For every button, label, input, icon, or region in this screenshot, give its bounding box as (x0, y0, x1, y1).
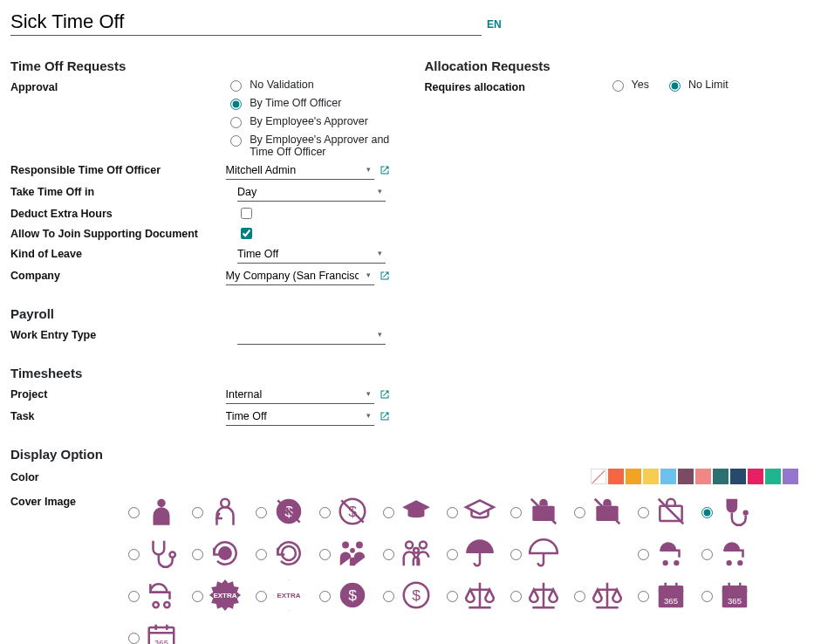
cover-radio-1[interactable] (192, 507, 203, 518)
stroller-fill-icon[interactable] (653, 535, 689, 572)
allow-doc-checkbox[interactable] (241, 228, 252, 239)
deduct-checkbox[interactable] (241, 208, 252, 219)
approval-option-0[interactable]: No Validation (226, 79, 389, 92)
color-swatch-10[interactable] (765, 469, 781, 484)
cover-radio-22[interactable] (256, 591, 267, 602)
calendar-fill-icon[interactable]: 365 (653, 577, 689, 613)
cover-radio-3[interactable] (319, 507, 331, 518)
cover-radio-28[interactable] (638, 591, 649, 602)
calendar-outline-icon[interactable]: 365 (143, 619, 180, 644)
family-outline-icon[interactable] (398, 535, 434, 572)
color-swatch-11[interactable] (783, 469, 798, 484)
coin-fill-icon[interactable]: $ (334, 577, 371, 613)
cover-radio-21[interactable] (192, 591, 203, 602)
no-briefcase-fill2-icon[interactable] (589, 493, 626, 530)
alloc-yes-radio[interactable] (612, 80, 624, 92)
company-external-link-icon[interactable] (380, 270, 390, 284)
cover-radio-30[interactable] (128, 633, 140, 644)
cover-radio-11[interactable] (192, 549, 203, 560)
color-swatch-6[interactable] (695, 469, 711, 484)
label-deduct: Deduct Extra Hours (10, 205, 237, 220)
back-time-fill-icon[interactable] (207, 535, 243, 572)
color-swatch-2[interactable] (626, 469, 641, 484)
color-swatch-7[interactable] (713, 469, 728, 484)
color-swatch-8[interactable] (730, 469, 746, 484)
calendar-fill2-icon[interactable]: 365 (716, 577, 753, 613)
cover-radio-5[interactable] (447, 507, 458, 518)
worker-fill-icon[interactable] (143, 493, 180, 530)
cover-radio-26[interactable] (510, 591, 522, 602)
approval-option-1[interactable]: By Time Off Officer (226, 97, 389, 110)
extra-outline-icon[interactable]: EXTRA (270, 577, 307, 613)
color-swatch-4[interactable] (660, 469, 676, 484)
cover-radio-24[interactable] (383, 591, 394, 602)
officer-external-link-icon[interactable] (380, 164, 390, 178)
take-in-select[interactable] (237, 183, 386, 202)
cover-radio-4[interactable] (383, 507, 394, 518)
scales-fill-icon[interactable] (462, 577, 498, 613)
cover-radio-18[interactable] (638, 549, 649, 560)
cover-radio-2[interactable] (256, 507, 267, 518)
cover-radio-23[interactable] (319, 591, 331, 602)
cover-radio-14[interactable] (383, 549, 394, 560)
color-swatch-1[interactable] (608, 469, 624, 484)
scales-outline-icon[interactable] (525, 577, 562, 613)
cover-radio-13[interactable] (319, 549, 331, 560)
alloc-nolimit-option[interactable]: No Limit (665, 79, 728, 92)
umbrella-fill-icon[interactable] (462, 535, 498, 572)
cover-radio-12[interactable] (256, 549, 267, 560)
stethoscope-outline-icon[interactable] (143, 535, 180, 572)
title-input[interactable] (10, 9, 482, 36)
coin-outline-icon[interactable]: $ (398, 577, 434, 613)
cover-radio-25[interactable] (447, 591, 458, 602)
cover-radio-20[interactable] (128, 591, 140, 602)
back-time-outline-icon[interactable] (270, 535, 307, 572)
stroller-fill2-icon[interactable] (716, 535, 753, 572)
cover-radio-27[interactable] (574, 591, 585, 602)
cover-radio-15[interactable] (447, 549, 458, 560)
scales-outline2-icon[interactable] (589, 577, 626, 613)
stroller-outline-icon[interactable] (143, 577, 180, 613)
stethoscope-fill-icon[interactable] (716, 493, 753, 530)
approval-option-2[interactable]: By Employee's Approver (226, 115, 389, 128)
extra-fill-icon[interactable]: EXTRA (207, 577, 243, 613)
color-swatch-5[interactable] (678, 469, 694, 484)
no-briefcase-fill-icon[interactable] (525, 493, 562, 530)
approval-radio-3[interactable] (230, 135, 242, 147)
cover-radio-0[interactable] (128, 507, 140, 518)
lang-badge[interactable]: EN (487, 18, 502, 31)
umbrella-outline-icon[interactable] (525, 535, 562, 572)
color-swatch-3[interactable] (643, 469, 659, 484)
no-dollar-fill-icon[interactable]: $ (270, 493, 307, 530)
approval-radio-1[interactable] (230, 99, 242, 110)
color-swatch-9[interactable] (748, 469, 763, 484)
alloc-nolimit-radio[interactable] (669, 80, 681, 92)
approval-radio-0[interactable] (230, 80, 242, 92)
cover-radio-6[interactable] (510, 507, 522, 518)
no-briefcase-outline-icon[interactable] (653, 493, 689, 530)
cover-radio-8[interactable] (638, 507, 649, 518)
task-external-link-icon[interactable] (380, 410, 390, 424)
project-external-link-icon[interactable] (380, 388, 390, 402)
company-select[interactable] (226, 267, 374, 285)
cover-radio-9[interactable] (701, 507, 713, 518)
cover-radio-10[interactable] (128, 549, 140, 560)
no-dollar-outline-icon[interactable]: $ (334, 493, 371, 530)
family-fill-icon[interactable] (334, 535, 371, 572)
cover-radio-19[interactable] (701, 549, 713, 560)
cover-radio-7[interactable] (574, 507, 585, 518)
approval-radio-2[interactable] (230, 117, 242, 128)
project-select[interactable] (226, 386, 374, 404)
alloc-yes-option[interactable]: Yes (608, 79, 649, 92)
cover-radio-16[interactable] (510, 549, 522, 560)
graduation-outline-icon[interactable] (462, 493, 498, 530)
color-swatch-0[interactable] (591, 469, 606, 484)
approval-option-3[interactable]: By Employee's Approver and Time Off Offi… (226, 134, 389, 158)
task-select[interactable] (226, 408, 374, 426)
cover-radio-29[interactable] (701, 591, 713, 602)
worker-outline-icon[interactable] (207, 493, 243, 530)
officer-select[interactable] (226, 161, 374, 180)
graduation-fill-icon[interactable] (398, 493, 434, 530)
work-entry-select[interactable] (237, 326, 386, 345)
kind-select[interactable] (237, 245, 386, 264)
